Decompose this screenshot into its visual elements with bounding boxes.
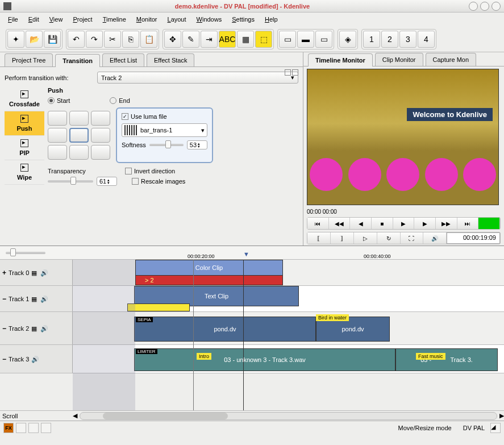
transparency-slider[interactable] <box>48 180 93 182</box>
loop-button[interactable]: ↻ <box>377 232 401 244</box>
align-tool-2[interactable]: ▬ <box>297 31 314 48</box>
menu-settings[interactable]: Settings <box>227 14 259 24</box>
close-panel-icon[interactable] <box>292 69 298 76</box>
speaker-button[interactable]: 🔊 <box>423 232 447 244</box>
dir-sw[interactable] <box>48 145 67 160</box>
scroll-left-button[interactable]: ◀ <box>73 412 77 419</box>
tab-capture-monitor[interactable]: Capture Mon <box>426 53 477 66</box>
track-3-header[interactable]: −Track 3🔊 <box>0 345 73 373</box>
clip-pond-1[interactable]: SEPIA pond.dv <box>134 317 316 342</box>
transparency-spinner[interactable]: 61▴▾ <box>97 177 117 186</box>
tab-transition[interactable]: Transition <box>55 54 100 67</box>
radio-start[interactable]: Start <box>48 97 70 104</box>
menu-project[interactable]: Project <box>68 14 97 24</box>
tab-timeline-monitor[interactable]: Timeline Monitor <box>308 53 373 66</box>
redo-button[interactable]: ↷ <box>86 31 103 48</box>
snap-tool[interactable]: ▦ <box>237 31 254 48</box>
dir-n[interactable] <box>69 111 89 126</box>
step-fwd-button[interactable]: ▶ <box>414 218 436 229</box>
thumb-toggle[interactable] <box>16 423 26 433</box>
zone-play-button[interactable]: ▷ <box>354 232 377 244</box>
radio-end[interactable]: End <box>110 97 130 104</box>
tab-project-tree[interactable]: Project Tree <box>5 53 53 66</box>
timecode-display[interactable]: 00:00:19:09 <box>447 232 500 244</box>
fullscreen-button[interactable]: ⛶ <box>401 232 424 244</box>
dir-e[interactable] <box>91 128 110 143</box>
use-luma-checkbox[interactable]: ✓Use luma file <box>122 113 207 120</box>
dir-s[interactable] <box>69 145 89 160</box>
tab-clip-monitor[interactable]: Clip Monitor <box>375 53 423 66</box>
marker-intro[interactable]: Intro <box>197 353 211 360</box>
zone-in-button[interactable]: ⟦ <box>307 232 331 244</box>
dir-se[interactable] <box>91 145 110 160</box>
dir-w[interactable] <box>48 128 67 143</box>
save-button[interactable]: 💾 <box>44 31 61 48</box>
clip-audio-1[interactable]: LIMITER 03 - unknown 3 - Track 3.wav <box>134 348 395 371</box>
layout-1[interactable]: 1 <box>363 31 380 48</box>
undo-button[interactable]: ↶ <box>68 31 85 48</box>
track-0-header[interactable]: +Track 0▦🔊 <box>0 260 73 285</box>
menu-layout[interactable]: Layout <box>163 14 191 24</box>
marker-toggle[interactable] <box>41 423 51 433</box>
open-button[interactable]: 📂 <box>26 31 43 48</box>
softness-spinner[interactable]: 53▴▾ <box>187 140 207 149</box>
select-tool[interactable]: ⬚ <box>255 31 272 48</box>
fx-toggle[interactable]: FX <box>3 423 14 433</box>
transition-clip[interactable]: > 2 <box>135 275 283 285</box>
resize-grip[interactable]: ◢ <box>490 423 501 433</box>
align-tool-1[interactable]: ▭ <box>279 31 296 48</box>
audio-thumb-toggle[interactable] <box>28 423 39 433</box>
scroll-right-button[interactable]: ▶ <box>499 412 504 419</box>
transition-push[interactable]: Push <box>5 111 44 136</box>
dir-nw[interactable] <box>48 111 67 126</box>
layout-2[interactable]: 2 <box>381 31 398 48</box>
layout-3[interactable]: 3 <box>399 31 416 48</box>
luma-file-dropdown[interactable]: bar_trans-1 ▾ <box>122 123 207 137</box>
menu-view[interactable]: View <box>45 14 68 24</box>
record-button[interactable] <box>478 218 500 229</box>
marker-fast-music[interactable]: Fast music <box>416 353 445 360</box>
track-1-header[interactable]: −Track 1▦🔊 <box>0 286 73 311</box>
paste-button[interactable]: 📋 <box>140 31 157 48</box>
new-button[interactable]: ✦ <box>7 31 24 48</box>
spacer-tool[interactable]: ⇥ <box>201 31 218 48</box>
menu-timeline[interactable]: Timeline <box>98 14 131 24</box>
perform-with-dropdown[interactable]: Track 2▾ <box>97 72 298 84</box>
playhead-marker-icon[interactable]: ▼ <box>243 251 249 257</box>
copy-button[interactable]: ⎘ <box>122 31 139 48</box>
softness-slider[interactable] <box>149 144 184 146</box>
maximize-button[interactable] <box>480 2 489 11</box>
menu-file[interactable]: File <box>3 14 23 24</box>
tab-effect-stack[interactable]: Effect Stack <box>147 53 195 66</box>
invert-checkbox[interactable]: Invert direction <box>125 168 175 174</box>
menu-monitor[interactable]: Monitor <box>132 14 162 24</box>
tab-effect-list[interactable]: Effect List <box>102 53 144 66</box>
detach-panel-icon[interactable] <box>285 69 291 76</box>
menu-edit[interactable]: Edit <box>24 14 44 24</box>
menu-help[interactable]: Help <box>260 14 282 24</box>
render-button[interactable]: ◈ <box>339 31 356 48</box>
forward-button[interactable]: ▶▶ <box>436 218 457 229</box>
stop-button[interactable]: ■ <box>372 218 393 229</box>
yellow-marker-1[interactable] <box>127 303 190 311</box>
step-back-button[interactable]: ◀ <box>350 218 372 229</box>
dir-center[interactable] <box>69 128 89 143</box>
zoom-slider[interactable] <box>6 252 45 254</box>
transition-crossfade[interactable]: Crossfade <box>5 87 44 111</box>
cut-button[interactable]: ✂ <box>104 31 121 48</box>
clip-color[interactable]: Color Clip <box>135 260 283 276</box>
goto-start-button[interactable]: ⏮ <box>307 218 329 229</box>
rewind-button[interactable]: ◀◀ <box>329 218 351 229</box>
dir-ne[interactable] <box>91 111 110 126</box>
goto-end-button[interactable]: ⏭ <box>457 218 479 229</box>
minimize-button[interactable] <box>469 2 478 11</box>
move-tool[interactable]: ✥ <box>164 31 181 48</box>
marker-bird[interactable]: Bird in water <box>316 314 349 321</box>
track-2-header[interactable]: −Track 2▦🔊 <box>0 312 73 344</box>
menu-windows[interactable]: Windows <box>192 14 227 24</box>
play-button[interactable]: ▶ <box>393 218 415 229</box>
rescale-checkbox[interactable]: Rescale images <box>132 178 185 185</box>
close-button[interactable] <box>491 2 501 11</box>
playhead[interactable] <box>243 260 244 410</box>
marker-tool[interactable]: ABC <box>219 31 236 48</box>
